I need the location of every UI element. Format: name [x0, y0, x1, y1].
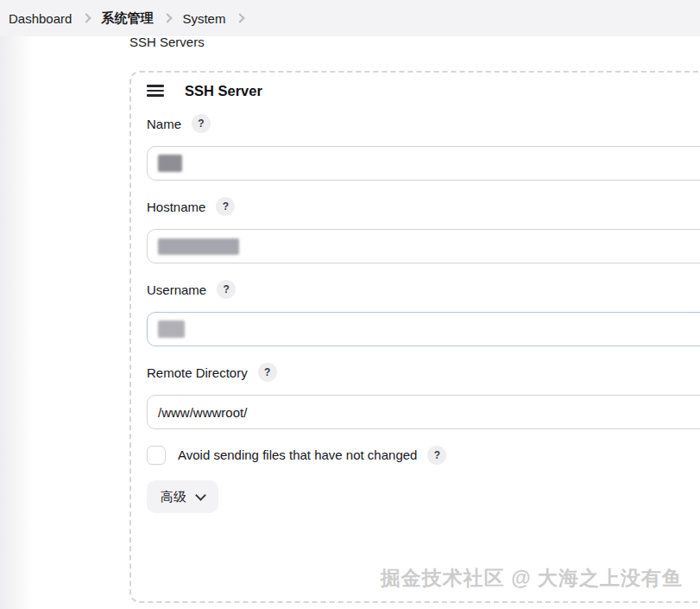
chevron-down-icon [195, 490, 206, 501]
panel-header: SSH Server [147, 81, 700, 100]
remote-directory-field-label-row: Remote Directory ? [147, 363, 700, 382]
breadcrumb-item-system-management[interactable]: 系统管理 [101, 10, 153, 27]
help-icon[interactable]: ? [217, 280, 236, 299]
remote-directory-input[interactable]: /www/wwwroot/ [147, 395, 700, 429]
name-field-label-row: Name ? [147, 114, 700, 133]
menu-icon[interactable] [147, 85, 164, 97]
name-field-label: Name [147, 117, 181, 131]
advanced-button-label: 高级 [161, 489, 186, 505]
redacted-value [158, 155, 182, 172]
username-field-label-row: Username ? [147, 280, 700, 299]
help-icon[interactable]: ? [258, 363, 277, 382]
username-input[interactable] [147, 312, 700, 346]
chevron-right-icon [83, 15, 90, 22]
ssh-server-form-panel: SSH Server Name ? Hostname ? Username ? … [129, 71, 700, 603]
advanced-button[interactable]: 高级 [147, 480, 218, 513]
redacted-value [158, 238, 239, 255]
breadcrumb-item-dashboard[interactable]: Dashboard [9, 11, 72, 26]
help-icon[interactable]: ? [192, 114, 211, 133]
name-input[interactable] [147, 146, 700, 181]
page-title: SSH Servers [129, 34, 205, 50]
breadcrumb: Dashboard 系统管理 System [0, 0, 700, 36]
content-left-shadow [0, 36, 33, 609]
help-icon[interactable]: ? [427, 446, 446, 465]
hostname-field-label: Hostname [147, 200, 205, 214]
avoid-unchanged-label: Avoid sending files that have not change… [178, 447, 417, 462]
hostname-input[interactable] [147, 229, 700, 263]
avoid-unchanged-row: Avoid sending files that have not change… [147, 445, 700, 465]
username-field-label: Username [147, 282, 206, 297]
avoid-unchanged-checkbox[interactable] [147, 446, 166, 465]
breadcrumb-item-system[interactable]: System [182, 11, 225, 26]
redacted-value [158, 320, 185, 338]
hostname-field-label-row: Hostname ? [147, 197, 700, 216]
remote-directory-field-label: Remote Directory [147, 365, 248, 380]
panel-title: SSH Server [185, 83, 262, 99]
help-icon[interactable]: ? [216, 197, 235, 216]
chevron-right-icon [236, 15, 243, 22]
chevron-right-icon [164, 15, 171, 22]
remote-directory-value: /www/wwwroot/ [158, 405, 247, 420]
